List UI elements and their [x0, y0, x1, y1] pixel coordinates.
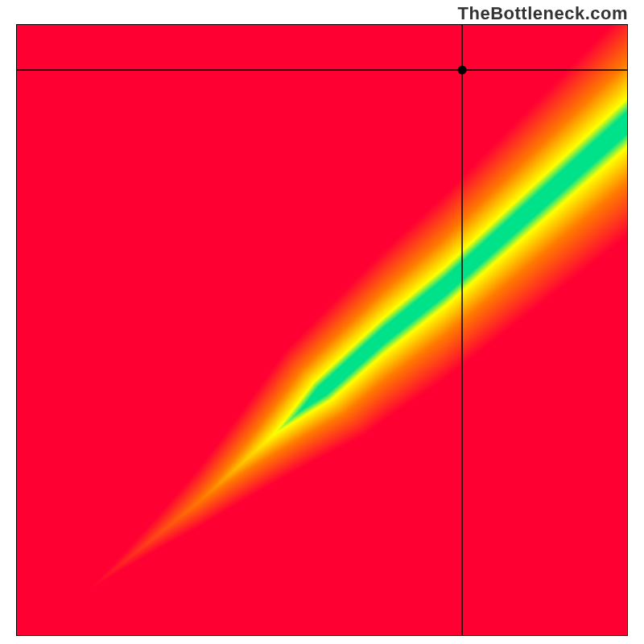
heatmap-canvas [16, 24, 628, 636]
watermark-text: TheBottleneck.com [458, 3, 628, 24]
heatmap-plot [16, 24, 628, 636]
